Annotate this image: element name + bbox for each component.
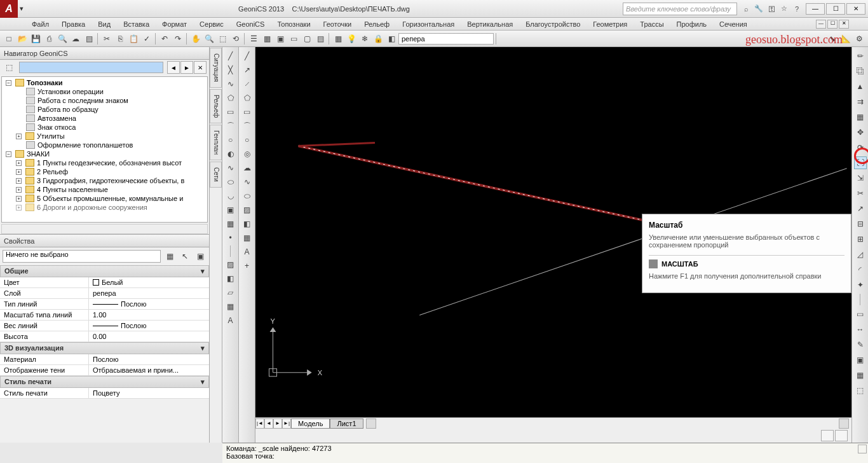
insert-icon[interactable]: ▣ bbox=[224, 204, 237, 216]
edit-icon[interactable]: ✎ bbox=[854, 338, 867, 351]
polygon-icon[interactable]: ⬠ bbox=[224, 92, 237, 104]
circle-icon[interactable]: ○ bbox=[224, 134, 237, 146]
donut-icon[interactable]: ◎ bbox=[241, 148, 254, 160]
calc-button[interactable]: ▤ bbox=[314, 32, 327, 45]
prop-height[interactable]: Высота0.00 bbox=[0, 331, 209, 342]
menu-geopoints[interactable]: Геоточки bbox=[317, 20, 358, 28]
menu-landscape[interactable]: Благоустройство bbox=[519, 20, 587, 28]
menu-horizontal[interactable]: Горизонтальная bbox=[396, 20, 461, 28]
menu-vertical[interactable]: Вертикальная bbox=[461, 20, 519, 28]
rev-icon[interactable]: ◐ bbox=[224, 148, 237, 160]
arc-icon[interactable]: ⌒ bbox=[224, 120, 237, 132]
doc-minimize-button[interactable]: — bbox=[816, 20, 826, 29]
tab-next-button[interactable]: ► bbox=[273, 418, 282, 429]
array-icon[interactable]: ▦ bbox=[854, 111, 867, 123]
markup-button[interactable]: ▢ bbox=[301, 32, 313, 45]
prop-color[interactable]: ЦветБелый bbox=[0, 277, 209, 288]
navigator-tree[interactable]: −Топознаки Установки операции Работа с п… bbox=[1, 76, 208, 223]
vtab-relief[interactable]: Рельеф bbox=[210, 89, 222, 123]
add-icon[interactable]: + bbox=[241, 259, 254, 272]
tree-item[interactable]: Оформление топопланшетов bbox=[3, 141, 206, 149]
select-button[interactable]: ▣ bbox=[194, 250, 207, 263]
tree-root[interactable]: −Топознаки bbox=[3, 78, 206, 87]
open-button[interactable]: 📂 bbox=[16, 32, 29, 45]
copy-button[interactable]: ⎘ bbox=[114, 32, 126, 45]
quickselect-button[interactable]: ▦ bbox=[163, 250, 176, 263]
poly2-icon[interactable]: ⬠ bbox=[241, 92, 254, 104]
nav-arrow-button[interactable] bbox=[835, 430, 848, 441]
line2-icon[interactable]: ╱ bbox=[241, 50, 254, 62]
mirror-icon[interactable]: ▲ bbox=[854, 80, 867, 93]
maximize-button[interactable]: ☐ bbox=[826, 3, 845, 15]
command-line[interactable]: Команда: _scale найдено: 47273 Базовая т… bbox=[222, 443, 868, 463]
prop-layer[interactable]: Слойрепера bbox=[0, 288, 209, 299]
mtext-icon[interactable]: A bbox=[224, 314, 237, 327]
mt2-icon[interactable]: A bbox=[241, 245, 254, 258]
tree-item[interactable]: +6 Дороги и дорожные сооружения bbox=[3, 203, 206, 212]
save-button[interactable]: 💾 bbox=[29, 32, 42, 45]
properties-button[interactable]: ☰ bbox=[247, 32, 260, 45]
layer-on-button[interactable]: 💡 bbox=[345, 32, 358, 45]
redo-button[interactable]: ↷ bbox=[172, 32, 184, 45]
tree-item[interactable]: +5 Объекты промышленные, коммунальные и bbox=[3, 194, 206, 203]
block-icon[interactable]: ▦ bbox=[224, 218, 237, 230]
pline-icon[interactable]: ∿ bbox=[224, 78, 237, 90]
tree-item[interactable]: Работа по образцу bbox=[3, 105, 206, 114]
cut-button[interactable]: ✂ bbox=[100, 32, 113, 45]
cmd-scroll-up[interactable] bbox=[858, 445, 867, 453]
zoom-realtime-button[interactable]: 🔍 bbox=[203, 32, 215, 45]
tree-item[interactable]: +2 Рельеф bbox=[3, 167, 206, 176]
help-icon[interactable]: ? bbox=[792, 4, 802, 14]
section-printstyle[interactable]: Стиль печати▾ bbox=[0, 376, 209, 388]
menu-format[interactable]: Формат bbox=[156, 20, 193, 28]
tree-hscroll[interactable] bbox=[1, 224, 208, 234]
vtab-situation[interactable]: Ситуация bbox=[210, 48, 222, 88]
trim-icon[interactable]: ✂ bbox=[854, 187, 867, 200]
table-icon[interactable]: ▦ bbox=[224, 300, 237, 313]
nav-home-button[interactable]: ⬚ bbox=[3, 61, 15, 74]
pickadd-button[interactable]: ↖ bbox=[179, 250, 191, 263]
ell2-icon[interactable]: ⬭ bbox=[241, 190, 254, 202]
ray-icon[interactable]: ↗ bbox=[241, 64, 254, 76]
menu-sections[interactable]: Сечения bbox=[713, 20, 754, 28]
g2-icon[interactable]: ◧ bbox=[241, 218, 254, 230]
nav-back-button[interactable]: ◄ bbox=[167, 61, 180, 74]
section-3dviz[interactable]: 3D визуализация▾ bbox=[0, 342, 209, 354]
lengthen-icon[interactable]: ↔ bbox=[854, 323, 867, 336]
menu-view[interactable]: Вид bbox=[92, 20, 117, 28]
mod3-icon[interactable]: ⬚ bbox=[854, 384, 867, 397]
menu-traces[interactable]: Трассы bbox=[634, 20, 670, 28]
minimize-button[interactable]: — bbox=[806, 3, 825, 15]
rect2-icon[interactable]: ▭ bbox=[241, 106, 254, 118]
menu-file[interactable]: Файл bbox=[25, 20, 55, 28]
layer-props-button[interactable]: ▦ bbox=[332, 32, 344, 45]
sp2-icon[interactable]: ∿ bbox=[241, 176, 254, 188]
canvas[interactable]: X Y Масштаб Увеличение или уменьшение вы… bbox=[255, 47, 851, 417]
tree-item[interactable]: Установки операции bbox=[3, 87, 206, 96]
menu-geometry[interactable]: Геометрия bbox=[587, 20, 634, 28]
sheet-button[interactable]: ▭ bbox=[287, 32, 300, 45]
mod1-icon[interactable]: ▣ bbox=[854, 354, 867, 366]
match-button[interactable]: ✓ bbox=[140, 32, 153, 45]
prop-shadow[interactable]: Отображение тениОтбрасываемая и прини... bbox=[0, 365, 209, 376]
mod2-icon[interactable]: ▦ bbox=[854, 369, 867, 382]
tree-item[interactable]: +1 Пункты геодезические, обозначения выс… bbox=[3, 158, 206, 167]
prop-pstyle[interactable]: Стиль печатиПоцвету bbox=[0, 388, 209, 399]
menu-insert[interactable]: Вставка bbox=[117, 20, 156, 28]
app-logo[interactable]: A bbox=[0, 0, 18, 18]
nav-tool-button[interactable] bbox=[821, 430, 834, 441]
hatch-icon[interactable]: ▨ bbox=[224, 258, 237, 271]
nav-fwd-button[interactable]: ► bbox=[180, 61, 193, 74]
menu-relief[interactable]: Рельеф bbox=[358, 20, 396, 28]
gradient-icon[interactable]: ◧ bbox=[224, 272, 237, 285]
t2-icon[interactable]: ▦ bbox=[241, 232, 254, 244]
offset-icon[interactable]: ⇉ bbox=[854, 95, 867, 108]
paste-button[interactable]: 📋 bbox=[127, 32, 140, 45]
chamfer-icon[interactable]: ◿ bbox=[854, 248, 867, 261]
tab-prev-button[interactable]: ◄ bbox=[264, 418, 273, 429]
stretch-icon[interactable]: ⇲ bbox=[854, 172, 867, 184]
menu-edit[interactable]: Правка bbox=[55, 20, 92, 28]
toolpalette-button[interactable]: ▣ bbox=[274, 32, 287, 45]
erase-icon[interactable]: ✏ bbox=[854, 50, 867, 62]
tree-znaki[interactable]: −ЗНАКИ bbox=[3, 149, 206, 158]
